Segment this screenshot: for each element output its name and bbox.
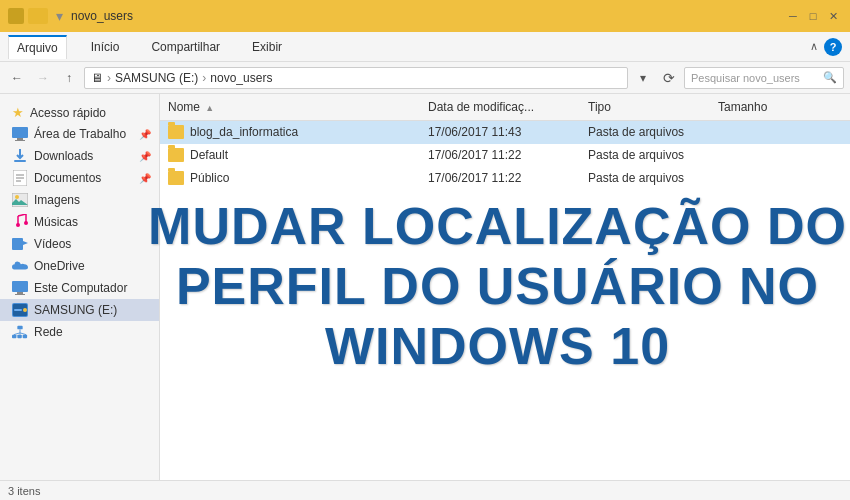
table-row[interactable]: blog_da_informatica 17/06/2017 11:43 Pas… — [160, 121, 850, 144]
up-button[interactable]: ↑ — [58, 67, 80, 89]
svg-rect-19 — [14, 309, 22, 311]
file-name-cell: Default — [160, 146, 420, 164]
file-date: 17/06/2017 11:22 — [428, 171, 521, 185]
search-placeholder: Pesquisar novo_users — [691, 72, 819, 84]
address-bar: ← → ↑ 🖥 › SAMSUNG (E:) › novo_users ▾ ⟳ … — [0, 62, 850, 94]
sidebar-item-onedrive[interactable]: OneDrive — [0, 255, 159, 277]
sidebar: ★ Acesso rápido Área de Trabalho 📌 Downl… — [0, 94, 160, 480]
cloud-icon — [12, 258, 28, 274]
svg-rect-21 — [12, 335, 16, 339]
title-bar: ▾ novo_users ─ □ ✕ — [0, 0, 850, 32]
window-folder-icon — [28, 8, 48, 24]
svg-rect-12 — [12, 238, 23, 250]
sidebar-item-samsung[interactable]: SAMSUNG (E:) — [0, 299, 159, 321]
search-box[interactable]: Pesquisar novo_users 🔍 — [684, 67, 844, 89]
tab-compartilhar[interactable]: Compartilhar — [143, 36, 228, 58]
maximize-button[interactable]: □ — [804, 7, 822, 25]
sidebar-item-desktop[interactable]: Área de Trabalho 📌 — [0, 123, 159, 145]
file-name-cell: Público — [160, 169, 420, 187]
document-icon — [12, 170, 28, 186]
sidebar-label-documentos: Documentos — [34, 171, 101, 185]
file-name: Default — [190, 148, 228, 162]
computer-icon — [12, 280, 28, 296]
sidebar-item-downloads[interactable]: Downloads 📌 — [0, 145, 159, 167]
help-button[interactable]: ? — [824, 38, 842, 56]
svg-point-9 — [15, 195, 19, 199]
refresh-button[interactable]: ⟳ — [658, 67, 680, 89]
file-type: Pasta de arquivos — [588, 171, 684, 185]
svg-rect-0 — [12, 127, 28, 138]
download-icon — [12, 148, 28, 164]
back-button[interactable]: ← — [6, 67, 28, 89]
ribbon-expand-icon[interactable]: ∧ — [810, 40, 818, 53]
window-title: novo_users — [71, 9, 778, 23]
file-type-cell: Pasta de arquivos — [580, 169, 710, 187]
table-row[interactable]: Default 17/06/2017 11:22 Pasta de arquiv… — [160, 144, 850, 167]
file-type: Pasta de arquivos — [588, 125, 684, 139]
file-size-cell — [710, 176, 790, 180]
status-text: 3 itens — [8, 485, 40, 497]
col-header-size[interactable]: Tamanho — [710, 98, 790, 116]
address-part-novo-users[interactable]: novo_users — [210, 71, 272, 85]
file-size-cell — [710, 153, 790, 157]
quick-access-label: Acesso rápido — [30, 106, 106, 120]
file-date-cell: 17/06/2017 11:22 — [420, 169, 580, 187]
sidebar-item-imagens[interactable]: Imagens — [0, 189, 159, 211]
col-header-type[interactable]: Tipo — [580, 98, 710, 116]
file-header: Nome ▲ Data de modificaç... Tipo Tamanho — [160, 94, 850, 121]
window-icon-small — [8, 8, 24, 24]
sidebar-label-desktop: Área de Trabalho — [34, 127, 126, 141]
sidebar-label-onedrive: OneDrive — [34, 259, 85, 273]
address-root-icon: 🖥 — [91, 71, 103, 85]
svg-point-18 — [23, 308, 27, 312]
file-name-cell: blog_da_informatica — [160, 123, 420, 141]
pin-icon-documentos: 📌 — [139, 173, 151, 184]
svg-rect-22 — [17, 335, 21, 339]
file-date-cell: 17/06/2017 11:22 — [420, 146, 580, 164]
forward-button[interactable]: → — [32, 67, 54, 89]
file-date: 17/06/2017 11:22 — [428, 148, 521, 162]
file-date: 17/06/2017 11:43 — [428, 125, 521, 139]
table-row[interactable]: Público 17/06/2017 11:22 Pasta de arquiv… — [160, 167, 850, 190]
sidebar-item-musicas[interactable]: Músicas — [0, 211, 159, 233]
svg-rect-20 — [17, 326, 22, 330]
title-bar-separator: ▾ — [56, 8, 63, 24]
sidebar-section-quick-access: ★ Acesso rápido — [0, 102, 159, 123]
address-part-samsung[interactable]: SAMSUNG (E:) — [115, 71, 198, 85]
search-icon: 🔍 — [823, 71, 837, 84]
svg-rect-1 — [17, 138, 23, 140]
sidebar-item-computer[interactable]: Este Computador — [0, 277, 159, 299]
svg-point-10 — [16, 223, 20, 227]
tab-arquivo[interactable]: Arquivo — [8, 35, 67, 59]
col-header-date[interactable]: Data de modificaç... — [420, 98, 580, 116]
svg-rect-15 — [15, 294, 25, 295]
svg-rect-3 — [14, 160, 26, 162]
close-button[interactable]: ✕ — [824, 7, 842, 25]
title-bar-icons — [8, 8, 48, 24]
address-dropdown-button[interactable]: ▾ — [632, 67, 654, 89]
sidebar-label-imagens: Imagens — [34, 193, 80, 207]
sidebar-item-videos[interactable]: Vídeos — [0, 233, 159, 255]
address-path[interactable]: 🖥 › SAMSUNG (E:) › novo_users — [84, 67, 628, 89]
file-name: Público — [190, 171, 229, 185]
sidebar-item-documentos[interactable]: Documentos 📌 — [0, 167, 159, 189]
minimize-button[interactable]: ─ — [784, 7, 802, 25]
desktop-icon — [12, 126, 28, 142]
col-header-name[interactable]: Nome ▲ — [160, 98, 420, 116]
folder-icon — [168, 125, 184, 139]
folder-icon — [168, 148, 184, 162]
status-bar: 3 itens — [0, 480, 850, 500]
sidebar-label-musicas: Músicas — [34, 215, 78, 229]
network-icon — [12, 324, 28, 340]
quick-access-star-icon: ★ — [12, 105, 24, 120]
file-date-cell: 17/06/2017 11:43 — [420, 123, 580, 141]
drive-icon — [12, 302, 28, 318]
pin-icon-desktop: 📌 — [139, 129, 151, 140]
sidebar-label-samsung: SAMSUNG (E:) — [34, 303, 117, 317]
sidebar-item-rede[interactable]: Rede — [0, 321, 159, 343]
tab-exibir[interactable]: Exibir — [244, 36, 290, 58]
tab-inicio[interactable]: Início — [83, 36, 128, 58]
file-area: Nome ▲ Data de modificaç... Tipo Tamanho… — [160, 94, 850, 480]
sidebar-label-downloads: Downloads — [34, 149, 93, 163]
svg-rect-13 — [12, 281, 28, 292]
